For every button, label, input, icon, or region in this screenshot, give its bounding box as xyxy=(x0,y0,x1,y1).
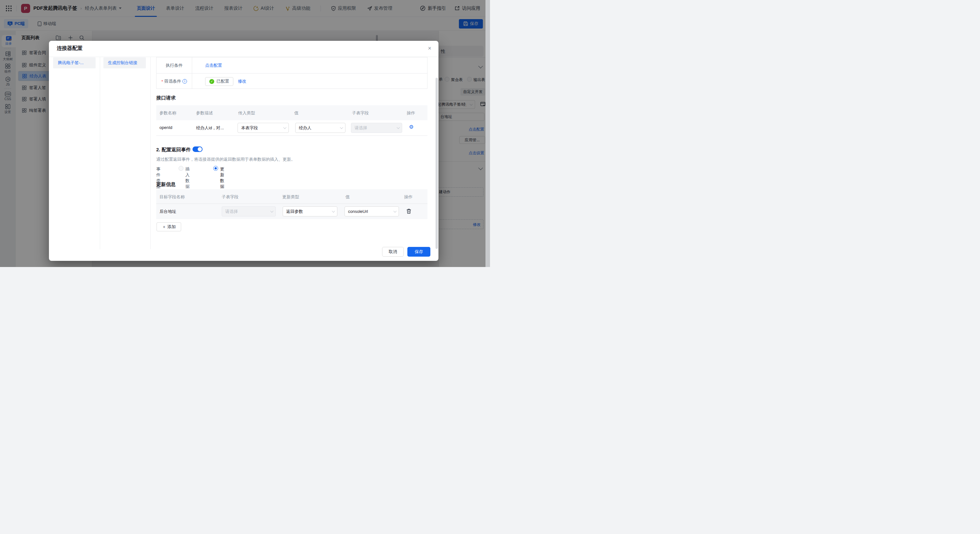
browser-scrollbar[interactable] xyxy=(485,0,490,267)
chevron-down-icon xyxy=(270,209,274,213)
chevron-down-icon xyxy=(393,209,397,213)
close-icon[interactable]: × xyxy=(428,45,431,51)
exec-condition-value: 点击配置 xyxy=(192,57,427,73)
gear-icon[interactable]: ⚙ xyxy=(409,124,414,130)
cancel-button[interactable]: 取消 xyxy=(382,247,404,257)
radio-update-data[interactable] xyxy=(213,166,218,171)
request-table-header: 参数名称 参数描述 传入类型 值 子表字段 操作 xyxy=(156,105,428,120)
chevron-down-icon xyxy=(397,126,400,129)
update-table-header: 目标字段名称 子表字段 更新类型 值 操作 xyxy=(156,189,428,204)
action-nav-item[interactable]: 生成控制台链接 xyxy=(103,57,146,68)
info-icon[interactable]: i xyxy=(183,79,187,84)
request-section-title: 接口请求 xyxy=(156,95,176,101)
divider xyxy=(100,57,100,249)
update-subfield-select[interactable]: 请选择 xyxy=(222,207,276,216)
update-table: 目标字段名称 子表字段 更新类型 值 操作 后台地址 请选择 返回参数 cons… xyxy=(156,189,428,219)
return-event-toggle[interactable] xyxy=(192,146,202,152)
trash-icon[interactable] xyxy=(406,209,411,214)
add-row-button[interactable]: ＋ 添加 xyxy=(156,222,181,231)
filter-condition-label: * 筛选条件 i xyxy=(156,73,192,89)
update-table-row: 后台地址 请选择 返回参数 consoleUrl xyxy=(156,204,428,219)
param-value-select[interactable]: 经办人 xyxy=(295,123,345,133)
target-field-name: 后台地址 xyxy=(159,209,176,215)
configured-button[interactable]: ✓ 已配置 xyxy=(205,77,233,86)
param-subfield-select[interactable]: 请选择 xyxy=(351,123,402,133)
filter-modify-link[interactable]: 修改 xyxy=(238,78,246,84)
exec-condition-label: 执行条件 xyxy=(156,57,192,73)
connector-nav-item[interactable]: 腾讯电子签-... xyxy=(53,57,95,68)
radio-insert-data[interactable] xyxy=(178,166,183,171)
param-name: openId xyxy=(159,125,172,130)
modal-scrollbar-thumb[interactable] xyxy=(436,78,438,249)
update-type-select[interactable]: 返回参数 xyxy=(283,207,337,216)
app-root: P PDF发起腾讯电子签 › 经办人表单列表 页面设计 表单设计 流程设计 报表… xyxy=(0,0,490,267)
save-button[interactable]: 保存 xyxy=(407,247,430,257)
return-event-title: 2. 配置返回事件 xyxy=(156,147,191,153)
request-table: 参数名称 参数描述 传入类型 值 子表字段 操作 openId 经办人id，对.… xyxy=(156,105,428,136)
chevron-down-icon xyxy=(332,209,335,213)
condition-table: 执行条件 点击配置 * 筛选条件 i ✓ 已配置 修改 xyxy=(156,57,428,89)
update-value-select[interactable]: consoleUrl xyxy=(345,207,399,216)
param-type-select[interactable]: 本表字段 xyxy=(237,123,289,133)
exec-config-link[interactable]: 点击配置 xyxy=(205,62,222,68)
filter-condition-value: ✓ 已配置 修改 xyxy=(192,73,427,89)
required-mark: * xyxy=(161,79,163,84)
check-circle-icon: ✓ xyxy=(209,79,214,84)
update-info-title: 更新信息 xyxy=(156,181,176,188)
chevron-down-icon xyxy=(340,126,343,129)
modal-title: 连接器配置 xyxy=(57,45,83,52)
divider xyxy=(150,57,151,249)
param-desc: 经办人id，对... xyxy=(196,125,224,131)
request-table-row: openId 经办人id，对... 本表字段 经办人 请选择 ⚙ xyxy=(156,120,428,136)
chevron-down-icon xyxy=(283,126,286,129)
return-event-desc: 通过配置返回事件，将连接器提供的返回数据用于表单数据的插入、更新。 xyxy=(156,156,295,162)
connector-config-modal: 连接器配置 × 腾讯电子签-... 生成控制台链接 执行条件 点击配置 * 筛选… xyxy=(49,41,439,261)
